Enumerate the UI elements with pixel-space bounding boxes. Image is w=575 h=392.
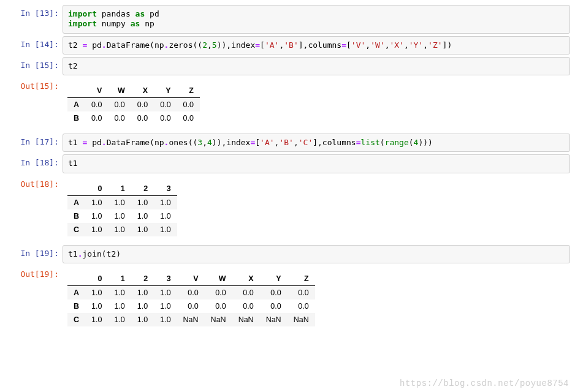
dataframe-cell: 1.0: [154, 223, 177, 236]
dataframe-col-header: Y: [154, 84, 177, 98]
dataframe-cell: 1.0: [131, 285, 154, 300]
dataframe-col-header: 0: [85, 272, 108, 286]
dataframe-cell: 0.0: [260, 300, 288, 313]
input-prompt: In [17]:: [5, 134, 63, 152]
code-token: list: [361, 138, 380, 147]
dataframe-cell: 0.0: [85, 98, 108, 112]
code-token: (: [409, 138, 414, 147]
table-row: B1.01.01.01.00.00.00.00.00.0: [67, 300, 315, 313]
dataframe-cell: 1.0: [85, 300, 108, 313]
dataframe-cell: 0.0: [177, 98, 200, 112]
dataframe-row-header: A: [67, 285, 85, 300]
notebook-root: In [13]:import pandas as pd import numpy…: [5, 5, 570, 333]
code-token: [: [260, 40, 265, 50]
code-token: t1: [68, 138, 82, 147]
input-cell: In [18]:t1: [5, 154, 570, 173]
table-row: B1.01.01.01.0: [67, 209, 177, 223]
dataframe-table: VWXYZA0.00.00.00.00.0B0.00.00.00.00.0: [67, 84, 200, 125]
output-area: 0123A1.01.01.01.0B1.01.01.01.0C1.01.01.0…: [63, 176, 570, 243]
dataframe-cell: 1.0: [85, 195, 108, 209]
dataframe-cell: 0.0: [131, 98, 154, 112]
code-token: t1: [68, 249, 78, 258]
dataframe-cell: 0.0: [177, 300, 205, 313]
dataframe-col-header: 3: [154, 182, 177, 196]
dataframe-row-header: B: [67, 300, 85, 313]
dataframe-cell: 1.0: [154, 195, 177, 209]
dataframe-corner: [67, 182, 85, 196]
dataframe-cell: 1.0: [131, 300, 154, 313]
dataframe-cell: 1.0: [108, 209, 131, 223]
dataframe-cell: 1.0: [131, 313, 154, 326]
dataframe-col-header: 1: [108, 182, 131, 196]
code-token: [: [346, 40, 351, 50]
dataframe-cell: 1.0: [85, 209, 108, 223]
code-token: .: [102, 138, 107, 147]
code-token: ,: [423, 40, 428, 50]
dataframe-cell: 0.0: [85, 111, 108, 125]
table-row: A1.01.01.01.00.00.00.00.00.0: [67, 285, 315, 300]
code-token: ,: [365, 40, 370, 50]
code-token: np: [140, 19, 154, 28]
code-input[interactable]: t1 = pd.DataFrame(np.ones((3,4)),index=[…: [63, 134, 570, 152]
code-input[interactable]: t1.join(t2): [63, 245, 570, 263]
dataframe-cell: 1.0: [108, 195, 131, 209]
code-input[interactable]: t1: [63, 154, 570, 173]
code-token: t2: [68, 61, 78, 70]
table-row: B0.00.00.00.00.0: [67, 111, 200, 125]
code-token: pd: [87, 138, 101, 147]
code-token: as: [135, 9, 145, 18]
output-cell: Out[19]:0123VWXYZA1.01.01.01.00.00.00.00…: [5, 266, 570, 333]
code-input[interactable]: t2: [63, 57, 570, 75]
code-token: )),index: [217, 40, 256, 50]
dataframe-cell: NaN: [232, 313, 260, 326]
code-token: import: [68, 19, 97, 28]
code-token: pd: [87, 40, 101, 50]
dataframe-cell: 0.0: [177, 285, 205, 300]
dataframe-cell: 0.0: [260, 285, 288, 300]
dataframe-cell: 1.0: [108, 300, 131, 313]
code-token: (: [380, 138, 385, 147]
dataframe-cell: 1.0: [85, 285, 108, 300]
input-prompt: In [14]:: [5, 36, 63, 55]
dataframe-row-header: B: [67, 209, 85, 223]
code-input[interactable]: t2 = pd.DataFrame(np.zeros((2,5)),index=…: [63, 36, 570, 55]
dataframe-cell: 0.0: [288, 285, 315, 300]
input-prompt: In [15]:: [5, 57, 63, 75]
code-token: 'Z': [428, 40, 442, 50]
dataframe-row-header: C: [67, 313, 85, 326]
code-input[interactable]: import pandas as pd import numpy as np: [63, 5, 570, 34]
dataframe-col-header: 2: [131, 182, 154, 196]
input-prompt: In [19]:: [5, 245, 63, 263]
input-cell: In [13]:import pandas as pd import numpy…: [5, 5, 570, 34]
dataframe-cell: 1.0: [131, 223, 154, 236]
dataframe-col-header: 3: [154, 272, 177, 286]
code-token: pandas: [97, 9, 135, 18]
dataframe-col-header: W: [108, 84, 131, 98]
code-token: ,: [207, 40, 212, 50]
dataframe-cell: 1.0: [85, 223, 108, 236]
output-cell: Out[15]:VWXYZA0.00.00.00.00.0B0.00.00.00…: [5, 78, 570, 131]
code-token: ,: [202, 138, 207, 147]
code-token: DataFrame(np: [107, 40, 164, 50]
dataframe-cell: 0.0: [108, 98, 131, 112]
dataframe-cell: 1.0: [108, 313, 131, 326]
dataframe-cell: 0.0: [232, 300, 260, 313]
dataframe-col-header: Z: [177, 84, 200, 98]
dataframe-row-header: A: [67, 98, 85, 112]
dataframe-cell: NaN: [177, 313, 205, 326]
code-token: 'W': [370, 40, 384, 50]
dataframe-cell: 1.0: [154, 313, 177, 326]
dataframe-cell: 1.0: [131, 209, 154, 223]
dataframe-cell: 1.0: [154, 209, 177, 223]
output-area: VWXYZA0.00.00.00.00.0B0.00.00.00.00.0: [63, 78, 570, 131]
output-prompt: Out[18]:: [5, 176, 63, 243]
dataframe-cell: 1.0: [108, 285, 131, 300]
code-token: 4: [207, 138, 212, 147]
dataframe-cell: 0.0: [131, 111, 154, 125]
table-row: A0.00.00.00.00.0: [67, 98, 200, 112]
dataframe-col-header: X: [232, 272, 260, 286]
code-token: 'C': [299, 138, 313, 147]
dataframe-row-header: A: [67, 195, 85, 209]
output-cell: Out[18]:0123A1.01.01.01.0B1.01.01.01.0C1…: [5, 176, 570, 243]
code-token: import: [68, 9, 97, 18]
